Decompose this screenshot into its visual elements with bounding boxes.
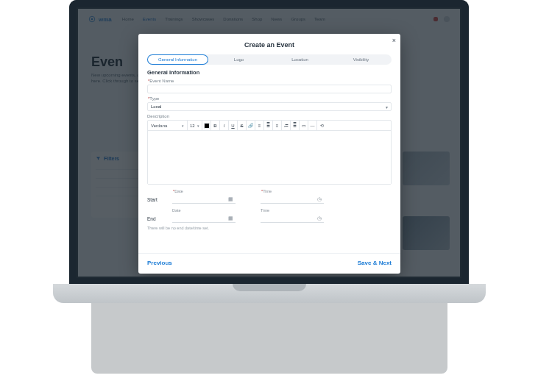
laptop-notch bbox=[233, 284, 306, 291]
clock-icon: ◷ bbox=[317, 196, 322, 202]
close-icon[interactable]: × bbox=[392, 37, 396, 44]
rte-list-ordered[interactable]: ≔ bbox=[282, 121, 291, 130]
tab-visibility[interactable]: Visibility bbox=[330, 54, 392, 65]
start-time-sub: *Time bbox=[261, 189, 324, 193]
start-date-input[interactable]: ▦ bbox=[172, 195, 236, 204]
end-date-input[interactable]: ▦ bbox=[172, 214, 236, 223]
rte-toolbar: Verdana▾ 12▾ B I U S 🔗 ≡ ≣ ≡ bbox=[148, 121, 391, 131]
rte-align-right[interactable]: ≡ bbox=[273, 121, 282, 130]
end-label: End bbox=[147, 216, 168, 223]
previous-button[interactable]: Previous bbox=[147, 260, 172, 266]
rte-image[interactable]: ▭ bbox=[300, 121, 308, 130]
tab-general-information[interactable]: General Information bbox=[147, 54, 208, 65]
end-time-sub: Time bbox=[261, 208, 324, 213]
rte-textarea[interactable] bbox=[148, 131, 391, 184]
description-label: Description bbox=[147, 114, 392, 118]
chevron-down-icon: ▾ bbox=[386, 104, 388, 110]
rte-bold[interactable]: B bbox=[211, 121, 220, 130]
rte-color[interactable] bbox=[202, 121, 211, 130]
rte-italic[interactable]: I bbox=[220, 121, 229, 130]
start-label: Start bbox=[147, 197, 168, 204]
end-date-sub: Date bbox=[172, 208, 236, 213]
rte-strike[interactable]: S bbox=[238, 121, 247, 130]
type-select-value: Local bbox=[151, 104, 161, 109]
rte-align-left[interactable]: ≡ bbox=[255, 121, 264, 130]
type-label: *Type bbox=[147, 96, 392, 101]
rte-hr[interactable]: — bbox=[308, 121, 317, 130]
calendar-icon: ▦ bbox=[228, 215, 233, 221]
wizard-tabs: General Information Logo Location Visibi… bbox=[147, 54, 392, 65]
rte-font-family[interactable]: Verdana▾ bbox=[148, 121, 188, 130]
create-event-modal: × Create an Event General Information Lo… bbox=[138, 34, 400, 274]
rte-align-center[interactable]: ≣ bbox=[264, 121, 273, 130]
rte-list-unordered[interactable]: ≣ bbox=[291, 121, 300, 130]
laptop-frame: wma Home Events Trainings Showcases Dona… bbox=[69, 0, 469, 285]
event-name-label: *Event Name bbox=[147, 79, 392, 83]
start-time-input[interactable]: ◷ bbox=[261, 195, 324, 204]
rich-text-editor: Verdana▾ 12▾ B I U S 🔗 ≡ ≣ ≡ bbox=[147, 120, 392, 185]
calendar-icon: ▦ bbox=[228, 196, 233, 202]
start-date-sub: *Date bbox=[172, 189, 236, 193]
save-next-button[interactable]: Save & Next bbox=[358, 260, 392, 266]
tab-location[interactable]: Location bbox=[269, 54, 330, 65]
tab-logo[interactable]: Logo bbox=[208, 54, 269, 65]
type-select[interactable]: Local ▾ bbox=[147, 102, 392, 111]
modal-footer: Previous Save & Next bbox=[138, 253, 400, 274]
rte-link[interactable]: 🔗 bbox=[247, 121, 255, 130]
end-time-input[interactable]: ◷ bbox=[261, 214, 324, 223]
section-heading: General Information bbox=[147, 69, 392, 76]
end-date-hint: There will be no end date/time set. bbox=[147, 226, 392, 230]
rte-clear[interactable]: ⟲ bbox=[317, 121, 326, 130]
color-swatch-icon bbox=[204, 123, 210, 129]
rte-underline[interactable]: U bbox=[229, 121, 238, 130]
modal-title: Create an Event bbox=[138, 34, 400, 54]
date-time-grid: Start *Date ▦ *Time ◷ End bbox=[147, 189, 392, 223]
rte-font-size[interactable]: 12▾ bbox=[188, 121, 202, 130]
laptop-shadow bbox=[91, 303, 447, 374]
event-name-input[interactable] bbox=[147, 85, 392, 93]
clock-icon: ◷ bbox=[317, 215, 322, 221]
